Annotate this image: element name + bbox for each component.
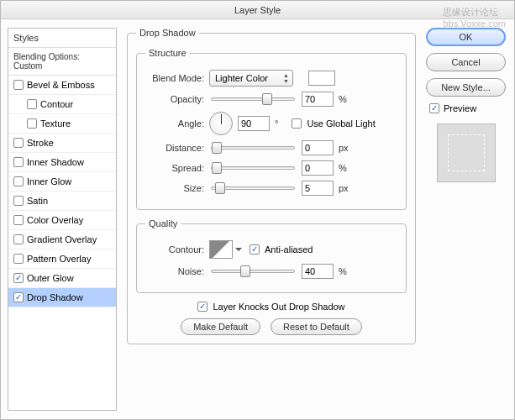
sidebar-item-label: Stroke xyxy=(27,138,54,148)
antialiased-checkbox[interactable] xyxy=(250,244,260,255)
styles-header[interactable]: Styles xyxy=(8,29,116,48)
contour-label: Contour: xyxy=(145,244,204,255)
spread-label: Spread: xyxy=(145,163,204,173)
blend-mode-label: Blend Mode: xyxy=(145,73,204,83)
use-global-light-label: Use Global Light xyxy=(307,118,375,129)
sidebar-item-stroke[interactable]: Stroke xyxy=(8,134,116,153)
sidebar-item-checkbox[interactable] xyxy=(13,80,24,90)
sidebar-item-checkbox[interactable] xyxy=(27,118,37,129)
blending-options-row[interactable]: Blending Options: Custom xyxy=(8,48,116,76)
sidebar-item-checkbox[interactable] xyxy=(13,157,24,167)
contour-picker[interactable] xyxy=(209,240,233,259)
new-style-button[interactable]: New Style... xyxy=(426,78,506,97)
blend-color-swatch[interactable] xyxy=(308,71,335,86)
sidebar-item-checkbox[interactable] xyxy=(13,234,24,244)
knockout-checkbox[interactable] xyxy=(197,302,208,312)
sidebar-item-label: Bevel & Emboss xyxy=(27,80,95,90)
sidebar-item-checkbox[interactable] xyxy=(13,292,24,302)
angle-input[interactable] xyxy=(238,116,270,131)
distance-label: Distance: xyxy=(145,143,204,153)
panel-title: Drop Shadow xyxy=(136,28,199,38)
sidebar-item-label: Outer Glow xyxy=(27,273,74,283)
size-input[interactable] xyxy=(302,181,334,196)
opacity-unit: % xyxy=(339,94,347,104)
noise-slider[interactable] xyxy=(211,270,295,273)
chevron-updown-icon: ▲▼ xyxy=(283,72,289,84)
structure-group: Structure Blend Mode: Lighter Color ▲▼ O… xyxy=(136,48,407,210)
sidebar-item-bevel-emboss[interactable]: Bevel & Emboss xyxy=(8,76,116,95)
reset-default-button[interactable]: Reset to Default xyxy=(271,318,362,335)
antialiased-label: Anti-aliased xyxy=(265,244,313,255)
sidebar-item-checkbox[interactable] xyxy=(13,138,24,148)
sidebar-item-checkbox[interactable] xyxy=(13,215,24,225)
cancel-button[interactable]: Cancel xyxy=(426,53,506,71)
sidebar-item-label: Inner Shadow xyxy=(27,157,84,167)
size-unit: px xyxy=(339,183,349,193)
preview-thumbnail xyxy=(437,123,496,182)
quality-legend: Quality xyxy=(145,218,181,228)
sidebar-item-checkbox[interactable] xyxy=(13,273,24,283)
angle-label: Angle: xyxy=(145,118,204,129)
sidebar-item-label: Contour xyxy=(40,99,73,109)
structure-legend: Structure xyxy=(145,48,190,58)
sidebar-item-inner-shadow[interactable]: Inner Shadow xyxy=(8,153,116,172)
spread-input[interactable] xyxy=(302,160,334,176)
noise-input[interactable] xyxy=(302,264,334,279)
noise-label: Noise: xyxy=(145,266,204,276)
distance-unit: px xyxy=(339,143,349,153)
ok-button[interactable]: OK xyxy=(426,28,506,46)
dialog-buttons: OK Cancel New Style... Preview xyxy=(426,28,506,411)
sidebar-item-label: Satin xyxy=(27,196,48,206)
effect-panel: Drop Shadow Structure Blend Mode: Lighte… xyxy=(127,28,416,411)
sidebar-item-texture[interactable]: Texture xyxy=(8,114,116,134)
distance-input[interactable] xyxy=(302,140,334,155)
noise-unit: % xyxy=(339,266,347,276)
angle-dial[interactable] xyxy=(209,112,233,135)
sidebar-item-checkbox[interactable] xyxy=(27,99,37,109)
sidebar-item-drop-shadow[interactable]: Drop Shadow xyxy=(8,288,116,307)
sidebar-item-gradient-overlay[interactable]: Gradient Overlay xyxy=(8,230,116,249)
window-title: Layer Style xyxy=(1,1,514,19)
angle-unit xyxy=(275,118,278,129)
sidebar-item-label: Pattern Overlay xyxy=(27,254,91,264)
spread-slider[interactable] xyxy=(211,166,295,170)
knockout-label: Layer Knocks Out Drop Shadow xyxy=(213,302,344,312)
use-global-light-checkbox[interactable] xyxy=(292,118,302,129)
sidebar-item-inner-glow[interactable]: Inner Glow xyxy=(8,172,116,192)
preview-label: Preview xyxy=(444,103,476,113)
layer-style-dialog: Layer Style 思缘设计论坛 bbs.Voxxe.com Styles … xyxy=(0,0,515,420)
sidebar-item-checkbox[interactable] xyxy=(13,176,24,186)
drop-shadow-group: Drop Shadow Structure Blend Mode: Lighte… xyxy=(127,28,416,344)
opacity-label: Opacity: xyxy=(145,94,204,104)
sidebar-item-label: Texture xyxy=(40,118,71,129)
distance-slider[interactable] xyxy=(211,146,295,150)
sidebar-item-label: Inner Glow xyxy=(27,176,71,186)
sidebar-item-checkbox[interactable] xyxy=(13,254,24,264)
opacity-input[interactable] xyxy=(302,92,334,107)
sidebar-item-label: Drop Shadow xyxy=(27,292,83,302)
sidebar-item-label: Gradient Overlay xyxy=(27,234,97,244)
blend-mode-select[interactable]: Lighter Color ▲▼ xyxy=(209,70,293,87)
sidebar-item-label: Color Overlay xyxy=(27,215,83,225)
sidebar-item-outer-glow[interactable]: Outer Glow xyxy=(8,269,116,288)
spread-unit: % xyxy=(339,163,347,173)
sidebar-item-pattern-overlay[interactable]: Pattern Overlay xyxy=(8,249,116,269)
size-slider[interactable] xyxy=(211,186,295,190)
sidebar-item-satin[interactable]: Satin xyxy=(8,192,116,211)
size-label: Size: xyxy=(145,183,204,193)
sidebar-item-contour[interactable]: Contour xyxy=(8,95,116,114)
opacity-slider[interactable] xyxy=(211,97,295,101)
make-default-button[interactable]: Make Default xyxy=(181,318,260,335)
sidebar-item-color-overlay[interactable]: Color Overlay xyxy=(8,211,116,230)
styles-sidebar: Styles Blending Options: Custom Bevel & … xyxy=(8,28,117,411)
preview-checkbox[interactable] xyxy=(429,103,439,113)
sidebar-item-checkbox[interactable] xyxy=(13,196,24,206)
quality-group: Quality Contour: Anti-aliased Noise: % xyxy=(136,218,407,293)
